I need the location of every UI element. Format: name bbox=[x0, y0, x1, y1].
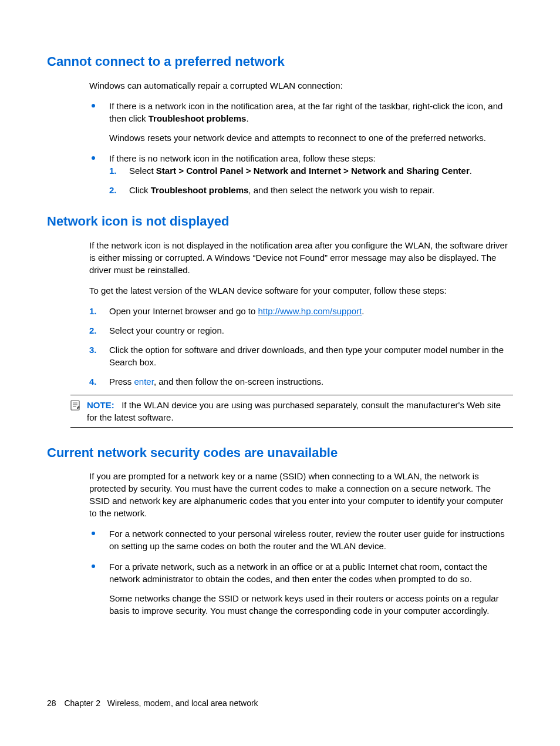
note-text: NOTE: If the WLAN device you are using w… bbox=[85, 399, 513, 424]
body-text: If you are prompted for a network key or… bbox=[89, 470, 513, 519]
intro-text: Windows can automatically repair a corru… bbox=[89, 79, 513, 92]
support-link[interactable]: http://www.hp.com/support bbox=[258, 306, 362, 316]
key-enter: enter bbox=[134, 377, 154, 387]
note-label: NOTE: bbox=[87, 400, 114, 410]
chapter-title: Wireless, modem, and local area network bbox=[107, 698, 258, 708]
list-item: Select your country or region. bbox=[89, 324, 513, 337]
page-number: 28 bbox=[47, 698, 56, 708]
body-text: To get the latest version of the WLAN de… bbox=[89, 284, 513, 297]
list-item: If there is no network icon in the notif… bbox=[89, 152, 513, 196]
page-footer: 28 Chapter 2 Wireless, modem, and local … bbox=[47, 698, 258, 710]
heading-cannot-connect: Cannot connect to a preferred network bbox=[47, 53, 513, 71]
list-item: For a network connected to your personal… bbox=[89, 527, 513, 552]
list-item: Click the option for software and driver… bbox=[89, 344, 513, 368]
bullet-text: If there is no network icon in the notif… bbox=[109, 153, 376, 163]
heading-network-icon: Network icon is not displayed bbox=[47, 213, 513, 231]
followup-text: Windows resets your network device and a… bbox=[109, 132, 513, 144]
list-item: If there is a network icon in the notifi… bbox=[89, 100, 513, 144]
document-page: Cannot connect to a preferred network Wi… bbox=[0, 0, 560, 746]
heading-security-codes: Current network security codes are unava… bbox=[47, 444, 513, 462]
list-item: Press enter, and then follow the on-scre… bbox=[89, 375, 513, 388]
list-item: Click Troubleshoot problems, and then se… bbox=[109, 184, 513, 196]
followup-text: Some networks change the SSID or network… bbox=[109, 592, 513, 617]
bullet-text: If there is a network icon in the notifi… bbox=[109, 101, 502, 123]
note-block: NOTE: If the WLAN device you are using w… bbox=[70, 395, 513, 428]
note-icon bbox=[70, 399, 85, 424]
list-item: Select Start > Control Panel > Network a… bbox=[109, 164, 513, 177]
list-item: For a private network, such as a network… bbox=[89, 560, 513, 617]
section-cannot-connect: Cannot connect to a preferred network Wi… bbox=[47, 53, 513, 196]
section-security-codes: Current network security codes are unava… bbox=[47, 444, 513, 617]
list-item: Open your Internet browser and go to htt… bbox=[89, 305, 513, 317]
chapter-label: Chapter 2 bbox=[64, 698, 100, 708]
body-text: If the network icon is not displayed in … bbox=[89, 239, 513, 276]
section-network-icon: Network icon is not displayed If the net… bbox=[47, 213, 513, 428]
